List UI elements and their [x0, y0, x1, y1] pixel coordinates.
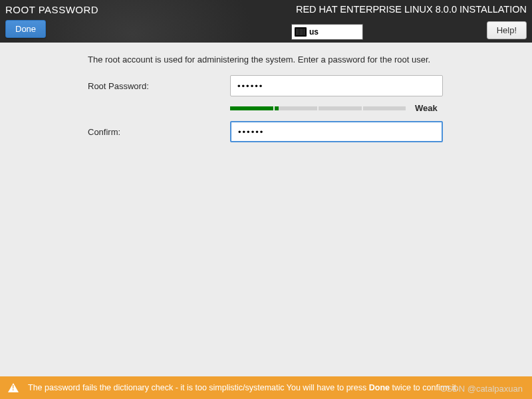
password-strength-row: Weak	[230, 103, 444, 113]
strength-segment	[230, 106, 273, 110]
header-bar: ROOT PASSWORD RED HAT ENTERPRISE LINUX 8…	[0, 0, 532, 43]
confirm-row: Confirm:	[88, 121, 444, 142]
confirm-label: Confirm:	[88, 127, 230, 137]
page-title: ROOT PASSWORD	[5, 4, 98, 15]
keyboard-layout-label: us	[309, 27, 319, 37]
done-button[interactable]: Done	[5, 20, 46, 38]
root-password-input[interactable]	[230, 75, 443, 96]
password-row: Root Password:	[88, 75, 444, 96]
strength-segment	[319, 106, 362, 110]
password-label: Root Password:	[88, 81, 230, 91]
keyboard-icon	[295, 27, 307, 37]
password-strength-label: Weak	[415, 103, 438, 113]
confirm-password-input[interactable]	[230, 121, 443, 142]
strength-segment	[275, 106, 318, 110]
help-button[interactable]: Help!	[487, 21, 527, 39]
content-area: The root account is used for administeri…	[0, 43, 532, 162]
instruction-text: The root account is used for administeri…	[88, 55, 444, 65]
keyboard-layout-indicator[interactable]: us	[291, 24, 363, 40]
warning-message: The password fails the dictionary check …	[28, 383, 458, 392]
warning-icon	[8, 383, 19, 392]
installer-title: RED HAT ENTERPRISE LINUX 8.0.0 INSTALLAT…	[296, 4, 527, 15]
strength-segment	[363, 106, 406, 110]
password-strength-meter	[230, 106, 406, 110]
warning-bar: The password fails the dictionary check …	[0, 376, 532, 399]
